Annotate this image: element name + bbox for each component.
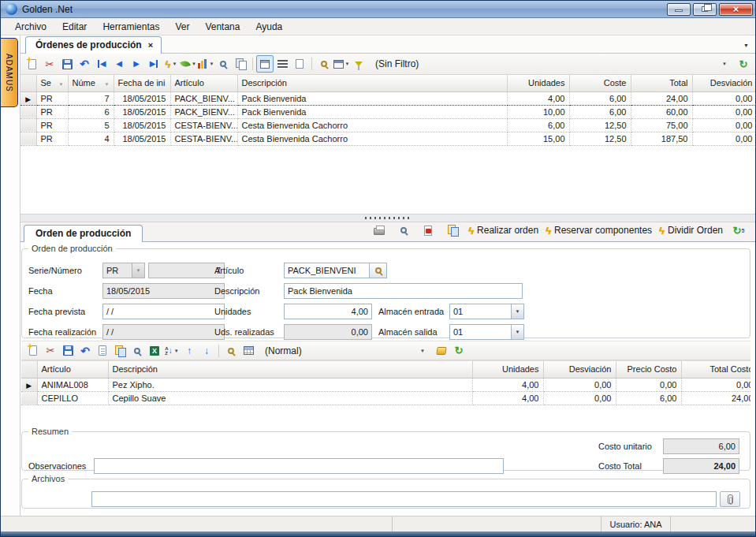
cell-articulo[interactable]: ANIMAL008 xyxy=(37,378,108,391)
minimize-button[interactable] xyxy=(667,3,691,16)
cell-desviacion[interactable]: 0,00 xyxy=(692,105,755,118)
serie-combobox[interactable]: PR ▼ xyxy=(102,263,145,278)
save-button[interactable] xyxy=(58,55,76,73)
excel-export-button[interactable] xyxy=(146,342,163,360)
preview-lines-button[interactable] xyxy=(128,342,146,360)
tab-list-dropdown-icon[interactable]: ▼ xyxy=(743,43,749,48)
attach-file-button[interactable] xyxy=(720,491,740,507)
col-desviacion[interactable]: Desviación xyxy=(543,361,616,378)
cell-fecha[interactable]: 18/05/2015 xyxy=(114,118,170,132)
col-precio-costo[interactable]: Precio Costo xyxy=(616,361,681,378)
reservar-componentes-button[interactable]: ϟ Reservar componentes xyxy=(546,225,652,236)
menu-archivo[interactable]: Archivo xyxy=(7,19,54,35)
cell-total[interactable]: 75,00 xyxy=(631,118,692,132)
row-selector[interactable]: ▶ xyxy=(20,91,36,105)
print-preview-button[interactable] xyxy=(214,55,232,73)
table-row[interactable]: ▶ ANIMAL008 Pez Xipho. 4,00 0,00 0,00 0,… xyxy=(21,378,750,391)
cell-desviacion[interactable]: 0,00 xyxy=(543,378,616,391)
almacen-salida-combobox[interactable]: 01 ▼ xyxy=(449,324,524,340)
cell-total-costo[interactable]: 0,00 xyxy=(681,378,750,391)
col-articulo[interactable]: Artículo xyxy=(170,75,237,91)
articulo-lookup-button[interactable] xyxy=(369,263,386,278)
table-row[interactable]: PR 4 18/05/2015 CESTA-BIENV... Cesta Bie… xyxy=(20,132,755,145)
memo-button[interactable] xyxy=(94,342,111,360)
apply-view-button[interactable] xyxy=(433,342,450,360)
restore-button[interactable] xyxy=(693,3,717,16)
chevron-down-icon[interactable]: ▼ xyxy=(511,325,523,339)
refresh-button[interactable]: ↻ xyxy=(735,55,752,73)
nav-prev-button[interactable]: ◀ xyxy=(110,55,128,73)
col-total[interactable]: Total xyxy=(631,75,692,91)
view-card-button[interactable] xyxy=(256,55,274,73)
cell-descripcion[interactable]: Cesta Bienvenida Cachorro xyxy=(237,118,507,132)
pdf-export-button[interactable] xyxy=(419,222,437,239)
row-selector[interactable] xyxy=(20,105,36,118)
cell-numero[interactable]: 4 xyxy=(68,132,114,145)
almacen-entrada-combobox[interactable]: 01 ▼ xyxy=(449,304,524,319)
col-unidades[interactable]: Unidades xyxy=(472,361,543,378)
search-button[interactable] xyxy=(315,55,333,73)
view-blank-button[interactable] xyxy=(291,55,308,73)
find-window-button[interactable]: ▼ xyxy=(333,55,350,73)
col-descripcion[interactable]: Descripción xyxy=(108,361,472,378)
cell-desviacion[interactable]: 0,00 xyxy=(692,91,755,105)
col-numero[interactable]: ▼Núme xyxy=(68,75,114,91)
view-list-button[interactable] xyxy=(274,55,291,73)
execute-menu-button[interactable]: ϟ▼ xyxy=(162,55,180,73)
undo-button[interactable]: ↶ xyxy=(76,55,93,73)
row-selector[interactable] xyxy=(20,132,36,145)
row-selector[interactable] xyxy=(20,118,36,132)
table-row[interactable]: PR 5 18/05/2015 CESTA-BIENV... Cesta Bie… xyxy=(20,118,755,132)
filter-arrow-icon[interactable]: ▼ xyxy=(59,82,64,87)
cell-precio-costo[interactable]: 6,00 xyxy=(616,391,681,405)
cut-line-button[interactable]: ✂ xyxy=(42,342,59,360)
cell-total[interactable]: 187,50 xyxy=(631,132,692,145)
unidades-field[interactable]: 4,00 xyxy=(284,304,372,319)
cell-unidades[interactable]: 4,00 xyxy=(472,391,543,405)
eco-menu-button[interactable]: ▼ xyxy=(180,55,197,73)
print-button[interactable] xyxy=(371,222,388,239)
refresh-lines-button[interactable]: ↻ xyxy=(450,342,467,360)
cell-coste[interactable]: 6,00 xyxy=(569,91,631,105)
cell-desviacion[interactable]: 0,00 xyxy=(692,118,755,132)
close-button[interactable]: × xyxy=(719,3,753,16)
cell-fecha[interactable]: 18/05/2015 xyxy=(114,91,170,105)
cell-unidades[interactable]: 4,00 xyxy=(507,91,569,105)
cell-fecha[interactable]: 18/05/2015 xyxy=(114,105,170,118)
fecha-prevista-field[interactable]: / / xyxy=(102,304,225,319)
recalculate-button[interactable]: ↻5 xyxy=(730,222,747,239)
col-articulo[interactable]: Artículo xyxy=(37,361,108,378)
cell-total-costo[interactable]: 24,00 xyxy=(681,391,750,405)
uds-realizadas-field[interactable]: 0,00 xyxy=(284,324,372,340)
cell-descripcion[interactable]: Pack Bienvenida xyxy=(237,91,507,105)
cell-descripcion[interactable]: Pack Bienvenida xyxy=(237,105,507,118)
cell-numero[interactable]: 6 xyxy=(68,105,114,118)
move-up-button[interactable]: ↑ xyxy=(181,342,198,360)
cell-unidades[interactable]: 4,00 xyxy=(472,378,543,391)
cell-desviacion[interactable]: 0,00 xyxy=(692,132,755,145)
numero-field[interactable]: 7 xyxy=(148,263,225,278)
menu-ventana[interactable]: Ventana xyxy=(197,19,248,35)
col-se[interactable]: ▼Se xyxy=(36,75,68,91)
col-desviacion[interactable]: Desviación xyxy=(692,75,755,91)
realizar-orden-button[interactable]: ϟ Realizar orden xyxy=(468,225,538,236)
cell-articulo[interactable]: CEPILLO xyxy=(37,391,108,405)
cut-button[interactable]: ✂ xyxy=(41,55,58,73)
sort-button[interactable]: AZ ↓ ▼ xyxy=(163,342,181,360)
table-row[interactable]: PR 6 18/05/2015 PACK_BIENV... Pack Bienv… xyxy=(20,105,755,118)
nav-last-button[interactable]: ▶ xyxy=(145,55,162,73)
table-row[interactable]: CEPILLO Cepillo Suave 4,00 0,00 6,00 24,… xyxy=(21,391,750,405)
nav-next-button[interactable]: ▶ xyxy=(128,55,145,73)
preview-button[interactable] xyxy=(395,222,412,239)
cell-articulo[interactable]: PACK_BIENV... xyxy=(170,91,237,105)
cell-unidades[interactable]: 15,00 xyxy=(507,132,569,145)
table-row[interactable]: ▶ PR 7 18/05/2015 PACK_BIENV... Pack Bie… xyxy=(20,91,755,105)
filter-combobox[interactable]: (Sin Filtro) ▼ xyxy=(371,56,732,72)
menu-ver[interactable]: Ver xyxy=(167,19,197,35)
cell-desviacion[interactable]: 0,00 xyxy=(543,391,616,405)
filter-edit-button[interactable] xyxy=(350,55,367,73)
tab-orden-de-produccion[interactable]: Orden de producción xyxy=(24,225,143,242)
search-lines-button[interactable] xyxy=(222,342,240,360)
dividir-orden-button[interactable]: ϟ Dividir Orden xyxy=(659,225,723,236)
fecha-realizacion-field[interactable]: / / xyxy=(102,324,225,340)
